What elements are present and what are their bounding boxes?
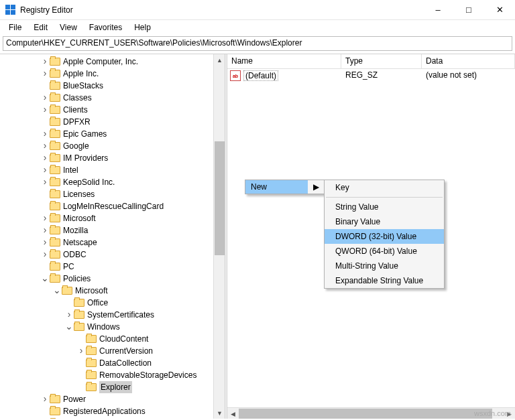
tree-item-pol_explorer[interactable]: Explorer [0, 381, 225, 393]
submenu-item-key[interactable]: Key [325, 180, 444, 195]
col-name[interactable]: Name [227, 54, 341, 68]
menu-view[interactable]: View [55, 21, 82, 33]
tree-item-label: SystemCertificates [87, 309, 154, 321]
expand-icon[interactable]: › [40, 55, 50, 67]
tree-item-apple_inc[interactable]: ›Apple Inc. [0, 68, 225, 80]
tree-item-epic_games[interactable]: ›Epic Games [0, 128, 225, 140]
expand-icon[interactable]: › [40, 224, 50, 236]
tree-item-netscape[interactable]: ›Netscape [0, 236, 225, 249]
close-button[interactable]: ✕ [484, 0, 515, 20]
submenu-item-expand[interactable]: Expandable String Value [325, 273, 444, 288]
expand-icon[interactable]: › [40, 163, 50, 176]
expand-icon[interactable]: › [40, 151, 50, 163]
app-icon [5, 5, 16, 15]
registry-tree[interactable]: ›Apple Computer, Inc.›Apple Inc.BlueStac… [0, 56, 225, 419]
tree-scrollbar[interactable]: ▲ ▼ [213, 54, 225, 419]
menu-help[interactable]: Help [129, 21, 156, 33]
expand-icon[interactable]: › [40, 393, 50, 405]
tree-item-pc[interactable]: PC [0, 261, 225, 273]
tree-item-seagate[interactable]: ›Seagate [0, 417, 225, 419]
value-name: (Default) [243, 70, 278, 81]
expand-icon[interactable]: › [40, 127, 50, 139]
expand-icon[interactable]: › [40, 176, 50, 188]
folder-icon [86, 359, 97, 367]
submenu-item-binary[interactable]: Binary Value [325, 214, 444, 229]
submenu-item-string[interactable]: String Value [325, 200, 444, 214]
tree-item-logmein[interactable]: LogMeInRescueCallingCard [0, 200, 225, 212]
tree-item-intel[interactable]: ›Intel [0, 164, 225, 176]
tree-item-google[interactable]: ›Google [0, 140, 225, 152]
window-controls: – □ ✕ [422, 0, 515, 20]
tree-item-pol_cloudcontent[interactable]: CloudContent [0, 333, 225, 345]
tree-item-keepsolid[interactable]: ›KeepSolid Inc. [0, 176, 225, 188]
submenu-item-multi[interactable]: Multi-String Value [325, 259, 444, 273]
tree-item-label: Microsoft [75, 285, 108, 297]
tree-item-pol_microsoft[interactable]: ⌄Microsoft [0, 285, 225, 297]
expand-icon[interactable]: › [40, 248, 50, 260]
submenu-item-qword[interactable]: QWORD (64-bit) Value [325, 244, 444, 259]
tree-item-label: CurrentVersion [99, 345, 153, 357]
address-bar[interactable]: Computer\HKEY_CURRENT_USER\Software\Poli… [3, 36, 512, 51]
value-row-default[interactable]: ab (Default) REG_SZ (value not set) [227, 69, 515, 82]
tree-item-microsoft[interactable]: ›Microsoft [0, 212, 225, 224]
tree-item-pol_removable[interactable]: RemovableStorageDevices [0, 369, 225, 381]
tree-item-policies[interactable]: ⌄Policies [0, 273, 225, 285]
tree-item-licenses[interactable]: Licenses [0, 188, 225, 200]
menu-file[interactable]: File [4, 21, 26, 33]
folder-icon [50, 118, 60, 126]
expand-icon[interactable]: › [64, 308, 74, 320]
expand-icon[interactable]: › [40, 212, 50, 224]
hscroll-left-button[interactable]: ◀ [227, 408, 239, 419]
col-type[interactable]: Type [341, 54, 422, 68]
tree-item-im_providers[interactable]: ›IM Providers [0, 152, 225, 164]
tree-item-pol_datacollection[interactable]: DataCollection [0, 357, 225, 369]
scroll-thumb[interactable] [215, 141, 225, 255]
tree-item-pol_currentversion[interactable]: ›CurrentVersion [0, 345, 225, 357]
tree-item-power[interactable]: ›Power [0, 393, 225, 405]
menu-favorites[interactable]: Favorites [84, 21, 127, 33]
expand-icon[interactable]: › [40, 67, 50, 79]
maximize-button[interactable]: □ [453, 0, 484, 20]
tree-item-pol_syscert[interactable]: ›SystemCertificates [0, 309, 225, 321]
value-type: REG_SZ [345, 70, 426, 81]
menu-edit[interactable]: Edit [29, 21, 52, 33]
expand-icon[interactable]: › [40, 91, 50, 103]
tree-item-classes[interactable]: ›Classes [0, 92, 225, 104]
minimize-button[interactable]: – [422, 0, 453, 20]
tree-item-label: Mozilla [63, 224, 88, 236]
collapse-icon[interactable]: ⌄ [52, 284, 62, 296]
tree-item-label: DataCollection [99, 357, 152, 369]
scroll-up-button[interactable]: ▲ [214, 54, 225, 66]
col-data[interactable]: Data [422, 54, 515, 68]
values-hscrollbar[interactable]: ◀ ▶ [227, 407, 515, 419]
tree-item-bluestacks[interactable]: BlueStacks [0, 80, 225, 92]
collapse-icon[interactable]: ⌄ [64, 320, 74, 332]
expand-icon[interactable]: › [40, 236, 50, 248]
hscroll-thumb[interactable] [239, 409, 492, 419]
folder-icon [50, 214, 60, 222]
context-menu-item-new[interactable]: New ▶ [245, 180, 325, 194]
folder-icon [50, 130, 60, 138]
expand-icon[interactable]: › [40, 139, 50, 151]
tree-item-dpfxr[interactable]: DPFXR [0, 116, 225, 128]
tree-item-label: Explorer [99, 381, 132, 393]
values-header: Name Type Data [227, 54, 515, 69]
collapse-icon[interactable]: ⌄ [40, 272, 50, 284]
tree-item-label: DPFXR [63, 116, 91, 128]
tree-item-apple_computer[interactable]: ›Apple Computer, Inc. [0, 56, 225, 68]
tree-item-pol_office[interactable]: Office [0, 297, 225, 309]
tree-item-clients[interactable]: ›Clients [0, 104, 225, 116]
scroll-down-button[interactable]: ▼ [214, 407, 225, 419]
folder-icon [86, 347, 97, 355]
folder-icon [50, 263, 60, 271]
folder-icon [74, 311, 84, 319]
expand-icon[interactable]: › [76, 344, 86, 356]
tree-item-label: Seagate [63, 417, 93, 419]
tree-item-pol_windows[interactable]: ⌄Windows [0, 321, 225, 333]
tree-item-odbc[interactable]: ›ODBC [0, 249, 225, 261]
expand-icon[interactable]: › [40, 103, 50, 115]
expand-icon[interactable]: › [40, 417, 50, 419]
tree-item-mozilla[interactable]: ›Mozilla [0, 224, 225, 236]
submenu-item-dword[interactable]: DWORD (32-bit) Value [325, 229, 444, 244]
tree-item-registeredapps[interactable]: RegisteredApplications [0, 405, 225, 417]
